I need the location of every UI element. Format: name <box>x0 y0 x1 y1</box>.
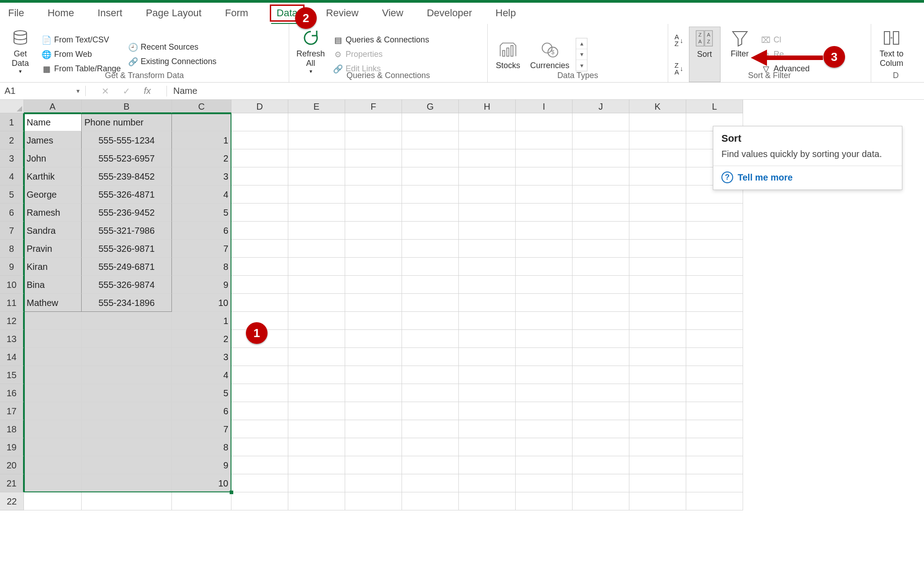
row-header-3[interactable]: 3 <box>0 149 24 167</box>
cell-I12[interactable] <box>516 312 573 330</box>
cell-L15[interactable] <box>686 366 743 384</box>
col-header-A[interactable]: A <box>24 100 82 113</box>
cell-D11[interactable] <box>231 294 288 312</box>
cell-B2[interactable]: 555-555-1234 <box>82 131 172 149</box>
row-header-6[interactable]: 6 <box>0 204 24 222</box>
cell-D6[interactable] <box>231 204 288 222</box>
cell-H16[interactable] <box>459 384 516 402</box>
cell-L11[interactable] <box>686 294 743 312</box>
cell-G16[interactable] <box>402 384 459 402</box>
cell-L20[interactable] <box>686 456 743 474</box>
cell-I18[interactable] <box>516 420 573 438</box>
cell-H22[interactable] <box>459 492 516 510</box>
cell-D14[interactable] <box>231 348 288 366</box>
cell-E2[interactable] <box>288 131 345 149</box>
cell-L19[interactable] <box>686 438 743 456</box>
cell-J16[interactable] <box>573 384 629 402</box>
cell-G22[interactable] <box>402 492 459 510</box>
cell-C1[interactable] <box>172 113 231 131</box>
cell-D5[interactable] <box>231 185 288 204</box>
tell-me-more-link[interactable]: ? Tell me more <box>721 171 894 183</box>
cell-A12[interactable] <box>24 312 82 330</box>
cell-D4[interactable] <box>231 167 288 185</box>
cell-C18[interactable]: 7 <box>172 420 231 438</box>
spin-down-icon[interactable]: ▾ <box>576 49 587 60</box>
cell-K4[interactable] <box>629 167 686 185</box>
cell-H9[interactable] <box>459 258 516 276</box>
cell-B15[interactable] <box>82 366 172 384</box>
cell-G9[interactable] <box>402 258 459 276</box>
cell-F9[interactable] <box>345 258 402 276</box>
data-type-currencies-button[interactable]: $ Currencies <box>527 38 572 70</box>
cell-I6[interactable] <box>516 204 573 222</box>
from-web-button[interactable]: 🌐 From Web <box>40 48 123 61</box>
cell-A11[interactable]: Mathew <box>24 294 82 312</box>
cell-G11[interactable] <box>402 294 459 312</box>
cell-G14[interactable] <box>402 348 459 366</box>
cell-J14[interactable] <box>573 348 629 366</box>
spin-up-icon[interactable]: ▴ <box>576 38 587 49</box>
cell-C19[interactable]: 8 <box>172 438 231 456</box>
cell-A7[interactable]: Sandra <box>24 222 82 240</box>
cell-C14[interactable]: 3 <box>172 348 231 366</box>
cell-L13[interactable] <box>686 330 743 348</box>
cell-H1[interactable] <box>459 113 516 131</box>
cell-K17[interactable] <box>629 402 686 420</box>
col-header-L[interactable]: L <box>686 100 743 113</box>
cell-E18[interactable] <box>288 420 345 438</box>
cell-F15[interactable] <box>345 366 402 384</box>
cell-L9[interactable] <box>686 258 743 276</box>
cell-H17[interactable] <box>459 402 516 420</box>
cell-E3[interactable] <box>288 149 345 167</box>
row-header-2[interactable]: 2 <box>0 131 24 149</box>
cell-J11[interactable] <box>573 294 629 312</box>
cell-K10[interactable] <box>629 276 686 294</box>
cell-G10[interactable] <box>402 276 459 294</box>
cell-H10[interactable] <box>459 276 516 294</box>
cell-H7[interactable] <box>459 222 516 240</box>
cell-H12[interactable] <box>459 312 516 330</box>
cell-J21[interactable] <box>573 474 629 492</box>
name-box[interactable]: A1 ▼ <box>0 86 86 96</box>
cell-K3[interactable] <box>629 149 686 167</box>
cell-C20[interactable]: 9 <box>172 456 231 474</box>
row-header-19[interactable]: 19 <box>0 438 24 456</box>
cell-G21[interactable] <box>402 474 459 492</box>
cell-J10[interactable] <box>573 276 629 294</box>
cell-E9[interactable] <box>288 258 345 276</box>
cell-B5[interactable]: 555-326-4871 <box>82 185 172 204</box>
cell-B10[interactable]: 555-326-9874 <box>82 276 172 294</box>
cell-G13[interactable] <box>402 330 459 348</box>
cell-J20[interactable] <box>573 456 629 474</box>
cell-J22[interactable] <box>573 492 629 510</box>
cell-F18[interactable] <box>345 420 402 438</box>
cell-H21[interactable] <box>459 474 516 492</box>
cell-A6[interactable]: Ramesh <box>24 204 82 222</box>
row-header-15[interactable]: 15 <box>0 366 24 384</box>
row-header-14[interactable]: 14 <box>0 348 24 366</box>
cell-F6[interactable] <box>345 204 402 222</box>
cell-A1[interactable]: Name <box>24 113 82 131</box>
row-header-9[interactable]: 9 <box>0 258 24 276</box>
cell-E20[interactable] <box>288 456 345 474</box>
cell-C22[interactable] <box>172 492 231 510</box>
cell-L14[interactable] <box>686 348 743 366</box>
cell-E6[interactable] <box>288 204 345 222</box>
cell-A15[interactable] <box>24 366 82 384</box>
cell-K15[interactable] <box>629 366 686 384</box>
cell-F22[interactable] <box>345 492 402 510</box>
cell-B20[interactable] <box>82 456 172 474</box>
cell-I5[interactable] <box>516 185 573 204</box>
cell-E12[interactable] <box>288 312 345 330</box>
row-header-22[interactable]: 22 <box>0 492 24 510</box>
cell-J6[interactable] <box>573 204 629 222</box>
cell-F8[interactable] <box>345 240 402 258</box>
row-header-17[interactable]: 17 <box>0 402 24 420</box>
cell-F16[interactable] <box>345 384 402 402</box>
cell-E10[interactable] <box>288 276 345 294</box>
row-header-1[interactable]: 1 <box>0 113 24 131</box>
formula-input[interactable]: Name <box>167 86 924 96</box>
cell-K19[interactable] <box>629 438 686 456</box>
cell-H14[interactable] <box>459 348 516 366</box>
queries-connections-button[interactable]: ▤ Queries & Connections <box>331 33 431 47</box>
